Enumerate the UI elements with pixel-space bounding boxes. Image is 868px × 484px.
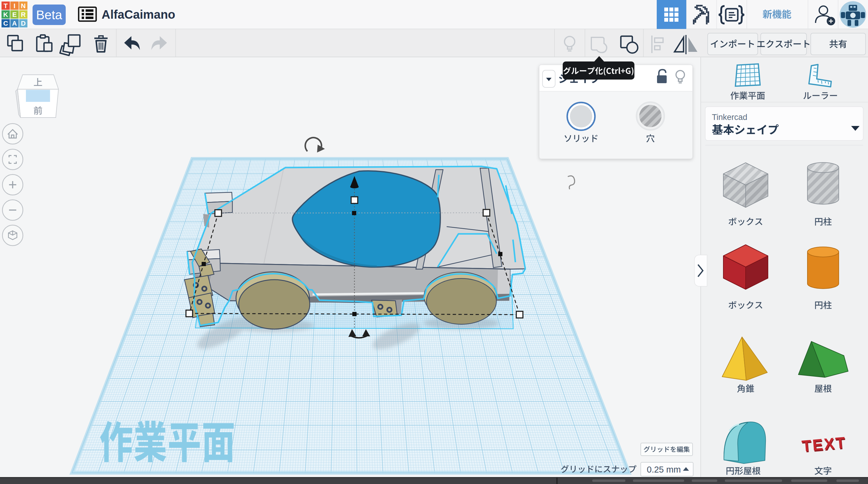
svg-text:N: N xyxy=(21,2,26,10)
svg-text:Tinkercad: Tinkercad xyxy=(712,113,747,122)
svg-text:R: R xyxy=(21,11,26,19)
svg-text:0.25 mm: 0.25 mm xyxy=(647,465,681,474)
svg-text:E: E xyxy=(12,11,17,19)
svg-text:Beta: Beta xyxy=(36,8,62,22)
svg-text:K: K xyxy=(3,11,8,19)
svg-text:C: C xyxy=(3,20,8,27)
svg-text:I: I xyxy=(13,2,16,10)
svg-text:A: A xyxy=(12,20,17,27)
svg-text:AlfaCaimano: AlfaCaimano xyxy=(101,8,176,21)
svg-text:T: T xyxy=(4,2,8,10)
svg-text:D: D xyxy=(21,20,26,27)
